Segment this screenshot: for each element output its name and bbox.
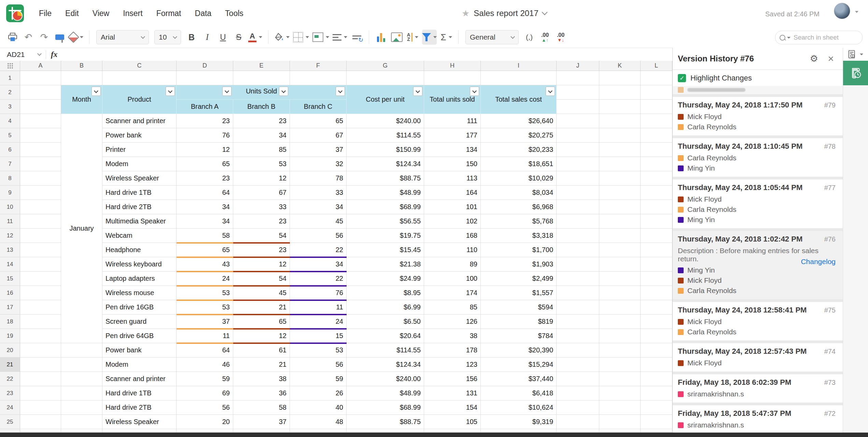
- row-header-25[interactable]: 25: [0, 415, 20, 429]
- cell-K18[interactable]: [599, 315, 641, 329]
- cell-E18[interactable]: 65: [233, 315, 290, 329]
- column-header-J[interactable]: J: [557, 61, 599, 71]
- version-entry-75[interactable]: Thursday, May 24, 2018 12:58:41 PM#75Mic…: [673, 302, 843, 340]
- cell-D26[interactable]: [177, 429, 233, 433]
- cell-G19[interactable]: $20.64: [347, 329, 424, 343]
- cell-J19[interactable]: [557, 329, 599, 343]
- menu-file[interactable]: File: [39, 9, 52, 18]
- row-header-26[interactable]: [0, 429, 20, 433]
- cell-C12[interactable]: Webcam: [102, 229, 177, 243]
- cell-A23[interactable]: [20, 386, 61, 400]
- title-chevron-icon[interactable]: [542, 10, 547, 15]
- cell-L14[interactable]: [641, 257, 672, 272]
- cell-G18[interactable]: $6.50: [347, 315, 424, 329]
- cell-G24[interactable]: $68.99: [347, 400, 424, 415]
- cell-G11[interactable]: $56.55: [347, 214, 424, 229]
- cell-D20[interactable]: 64: [177, 343, 233, 358]
- cell-C4[interactable]: Scanner and printer: [102, 114, 177, 128]
- row-header-24[interactable]: 24: [0, 400, 20, 415]
- cell-I12[interactable]: $3,318: [481, 229, 557, 243]
- cell-F12[interactable]: 56: [290, 229, 347, 243]
- dropdown-caret-icon[interactable]: [326, 36, 329, 38]
- cell-J15[interactable]: [557, 272, 599, 286]
- column-header-L[interactable]: L: [641, 61, 672, 71]
- column-header-B[interactable]: B: [61, 61, 102, 71]
- cell-A20[interactable]: [20, 343, 61, 358]
- cell-K19[interactable]: [599, 329, 641, 343]
- cell-C14[interactable]: Wireless keyboard: [102, 257, 177, 272]
- filter-button-C[interactable]: [166, 87, 175, 96]
- cell-H11[interactable]: 102: [424, 214, 481, 229]
- menu-format[interactable]: Format: [156, 9, 181, 18]
- cell-D14[interactable]: 43: [177, 257, 233, 272]
- cell-H13[interactable]: 110: [424, 243, 481, 257]
- cell-I24[interactable]: $10,624: [481, 400, 557, 415]
- row-header-21[interactable]: 21: [0, 358, 20, 372]
- merged-month-cell[interactable]: January: [61, 114, 102, 343]
- cell-G15[interactable]: $24.99: [347, 272, 424, 286]
- row-header-12[interactable]: 12: [0, 229, 20, 243]
- number-format-select[interactable]: General: [465, 30, 519, 44]
- close-panel-icon[interactable]: ×: [828, 54, 834, 64]
- cell-G7[interactable]: $124.34: [347, 157, 424, 171]
- cell-F9[interactable]: 33: [290, 186, 347, 200]
- cell-K6[interactable]: [599, 143, 641, 157]
- cell-D22[interactable]: 59: [177, 372, 233, 386]
- cell-L20[interactable]: [641, 343, 672, 358]
- cell-I4[interactable]: $26,640: [481, 114, 557, 128]
- cell-K5[interactable]: [599, 128, 641, 143]
- cell-E10[interactable]: 33: [233, 200, 290, 214]
- merge-cells-icon[interactable]: [312, 30, 329, 45]
- cell-F14[interactable]: 34: [290, 257, 347, 272]
- cell-E6[interactable]: 85: [233, 143, 290, 157]
- dropdown-caret-icon[interactable]: [286, 36, 290, 38]
- cell-L23[interactable]: [641, 386, 672, 400]
- cell-A26[interactable]: [20, 429, 61, 433]
- row-header-9[interactable]: 9: [0, 186, 20, 200]
- align-icon[interactable]: [333, 30, 347, 45]
- cell-G25[interactable]: $88.75: [347, 415, 424, 429]
- underline-icon[interactable]: U: [217, 30, 229, 45]
- cell-A9[interactable]: [20, 186, 61, 200]
- cell-I9[interactable]: $8,034: [481, 186, 557, 200]
- cell-H20[interactable]: 178: [424, 343, 481, 358]
- row-header-20[interactable]: 20: [0, 343, 20, 358]
- cell-J20[interactable]: [557, 343, 599, 358]
- cell-J21[interactable]: [557, 358, 599, 372]
- cell-F1[interactable]: [290, 71, 347, 85]
- cell-H19[interactable]: 38: [424, 329, 481, 343]
- cell-K8[interactable]: [599, 171, 641, 186]
- cell-B25[interactable]: [61, 415, 102, 429]
- cell-H4[interactable]: 111: [424, 114, 481, 128]
- cell-K11[interactable]: [599, 214, 641, 229]
- cell-L24[interactable]: [641, 400, 672, 415]
- italic-icon[interactable]: I: [201, 30, 213, 45]
- cell-H22[interactable]: 156: [424, 372, 481, 386]
- cell-B22[interactable]: [61, 372, 102, 386]
- cell-J9[interactable]: [557, 186, 599, 200]
- cell-E12[interactable]: 54: [233, 229, 290, 243]
- cell-I8[interactable]: $10,029: [481, 171, 557, 186]
- version-entry-79[interactable]: Thursday, May 24, 2018 1:17:50 PM#79Mick…: [673, 97, 843, 135]
- cell-C8[interactable]: Wireless Speaker: [102, 171, 177, 186]
- menu-view[interactable]: View: [93, 9, 109, 18]
- cell-F22[interactable]: 59: [290, 372, 347, 386]
- row-header-3[interactable]: 3: [0, 100, 20, 114]
- cell-E23[interactable]: 36: [233, 386, 290, 400]
- cell-I5[interactable]: $20,275: [481, 128, 557, 143]
- row-header-5[interactable]: 5: [0, 128, 20, 143]
- font-size-select[interactable]: 10: [154, 30, 181, 44]
- cell-L5[interactable]: [641, 128, 672, 143]
- cell-K7[interactable]: [599, 157, 641, 171]
- row-header-4[interactable]: 4: [0, 114, 20, 128]
- menu-tools[interactable]: Tools: [225, 9, 243, 18]
- cell-A6[interactable]: [20, 143, 61, 157]
- cell-H21[interactable]: 123: [424, 358, 481, 372]
- cell-D1[interactable]: [177, 71, 233, 85]
- cell-A3[interactable]: [20, 100, 61, 114]
- filter-button-I[interactable]: [546, 87, 555, 96]
- cell-C25[interactable]: Wireless Speaker: [102, 415, 177, 429]
- cell-J24[interactable]: [557, 400, 599, 415]
- cell-G13[interactable]: $15.45: [347, 243, 424, 257]
- cell-C10[interactable]: Hard drive 2TB: [102, 200, 177, 214]
